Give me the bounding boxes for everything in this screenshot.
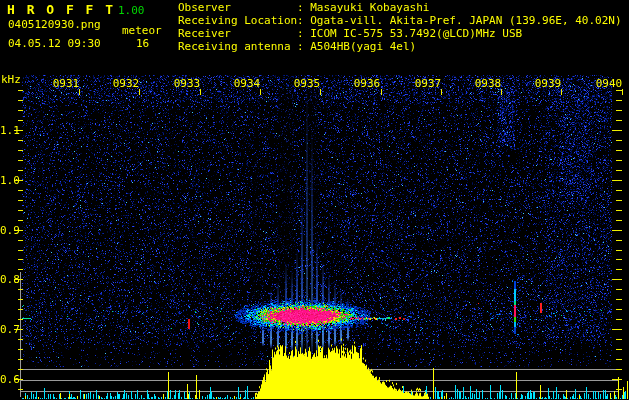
station-value: Ogata-vill. Akita-Pref. JAPAN (139.96E, … xyxy=(310,14,621,27)
time-tick-label: 0932 xyxy=(112,77,140,90)
separator: : xyxy=(297,14,310,27)
freq-tick-label: 0.7 xyxy=(0,323,17,336)
time-tick-label: 0938 xyxy=(474,77,502,90)
output-filename: 0405120930.png xyxy=(8,19,101,31)
station-value: A504HB(yagi 4el) xyxy=(310,40,416,53)
station-value: Masayuki Kobayashi xyxy=(310,1,429,14)
time-tick-label: 0931 xyxy=(52,77,80,90)
station-label: Receiver xyxy=(178,27,297,40)
separator: : xyxy=(297,1,310,14)
station-label: Receiving Location xyxy=(178,14,297,27)
app-title: H R O F F T xyxy=(7,2,115,17)
hrofft-screen: H R O F F T 1.00 0405120930.png meteor 0… xyxy=(0,0,629,400)
station-info: Observer: Masayuki Kobayashi Receiving L… xyxy=(178,1,622,53)
station-label: Observer xyxy=(178,1,297,14)
time-tick-label: 0936 xyxy=(353,77,381,90)
spectrogram-canvas xyxy=(0,0,629,400)
station-row-location: Receiving Location: Ogata-vill. Akita-Pr… xyxy=(178,14,622,27)
time-tick-label: 0939 xyxy=(534,77,562,90)
time-tick-label: 0940 xyxy=(595,77,623,90)
station-row-observer: Observer: Masayuki Kobayashi xyxy=(178,1,622,14)
datetime-label: 04.05.12 09:30 xyxy=(8,38,101,50)
time-tick-label: 0935 xyxy=(293,77,321,90)
time-tick-label: 0933 xyxy=(173,77,201,90)
separator: : xyxy=(297,40,310,53)
freq-tick-label: 0.6 xyxy=(0,373,17,386)
time-tick-label: 0937 xyxy=(414,77,442,90)
time-tick-label: 0934 xyxy=(233,77,261,90)
separator: : xyxy=(297,27,310,40)
freq-tick-label: 0.8 xyxy=(0,273,17,286)
station-row-receiver: Receiver: ICOM IC-575 53.7492(@LCD)MHz U… xyxy=(178,27,622,40)
app-version: 1.00 xyxy=(118,4,145,17)
mode-label: meteor xyxy=(122,25,162,37)
echo-count: 16 xyxy=(136,38,149,50)
freq-tick-label: 1.1 xyxy=(0,124,17,137)
freq-axis-unit: kHz xyxy=(1,74,21,86)
freq-tick-label: 0.9 xyxy=(0,224,17,237)
station-label: Receiving antenna xyxy=(178,40,297,53)
freq-tick-label: 1.0 xyxy=(0,174,17,187)
station-row-antenna: Receiving antenna: A504HB(yagi 4el) xyxy=(178,40,622,53)
station-value: ICOM IC-575 53.7492(@LCD)MHz USB xyxy=(310,27,522,40)
